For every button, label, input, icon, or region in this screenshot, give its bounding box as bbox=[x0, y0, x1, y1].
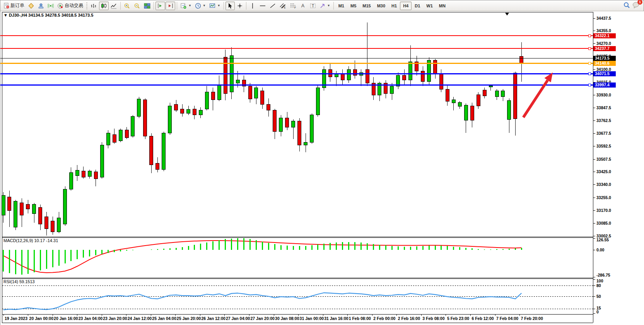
templates-caret: ▼ bbox=[217, 4, 220, 7]
rsi-label: RSI(14) 59.1513 bbox=[3, 279, 35, 284]
crosshair-icon bbox=[237, 3, 243, 9]
label-tool[interactable]: T bbox=[308, 2, 318, 10]
templates-button[interactable]: ▼ bbox=[208, 2, 222, 10]
mt4-window: 新订单 自动交易 ▼ ▼ ▼ bbox=[0, 0, 644, 325]
svg-text:25 Jan 04:00: 25 Jan 04:00 bbox=[152, 316, 176, 321]
svg-text:34237.7: 34237.7 bbox=[595, 46, 610, 51]
zoom-out-button[interactable] bbox=[132, 2, 142, 10]
timeframe-h4[interactable]: H4 bbox=[400, 2, 412, 10]
fibonacci-icon: F bbox=[290, 3, 297, 9]
svg-text:33762.5: 33762.5 bbox=[596, 118, 611, 123]
timeframe-m1[interactable]: M1 bbox=[335, 2, 347, 10]
svg-text:33592.5: 33592.5 bbox=[596, 144, 611, 148]
svg-text:34173.5: 34173.5 bbox=[595, 56, 610, 60]
trendline-icon bbox=[270, 3, 276, 9]
svg-text:80: 80 bbox=[596, 283, 601, 288]
indicators-button[interactable]: ▼ bbox=[179, 2, 193, 10]
auto-trading-button[interactable]: 自动交易 bbox=[56, 2, 85, 10]
periods-caret: ▼ bbox=[203, 4, 206, 7]
vertical-line-tool[interactable] bbox=[248, 2, 257, 10]
indicators-icon bbox=[180, 3, 187, 9]
search-icon[interactable] bbox=[623, 2, 630, 10]
new-order-icon bbox=[3, 3, 9, 9]
horizontal-line-icon bbox=[259, 3, 266, 9]
timeframe-m30[interactable]: M30 bbox=[374, 2, 388, 10]
toolbar-drag-handle[interactable] bbox=[86, 2, 88, 10]
svg-text:33085.0: 33085.0 bbox=[596, 221, 611, 225]
user-icon bbox=[38, 3, 44, 9]
fibonacci-tool[interactable]: F bbox=[288, 2, 298, 10]
svg-text:F: F bbox=[294, 6, 296, 9]
zoom-in-button[interactable] bbox=[122, 2, 132, 10]
shapes-caret: ▼ bbox=[327, 4, 330, 7]
chart-shift-button[interactable] bbox=[155, 2, 165, 10]
candlestick-chart-icon bbox=[101, 3, 107, 9]
timeframe-m5[interactable]: M5 bbox=[347, 2, 359, 10]
timeframe-d1[interactable]: D1 bbox=[412, 2, 423, 10]
label-icon: T bbox=[310, 3, 316, 9]
signal-icon bbox=[48, 3, 54, 9]
tile-windows-button[interactable] bbox=[142, 2, 152, 10]
svg-text:30 Jan 08:00: 30 Jan 08:00 bbox=[275, 316, 299, 321]
svg-text:19 Jan 2023: 19 Jan 2023 bbox=[5, 316, 27, 321]
charts-button[interactable] bbox=[26, 2, 36, 10]
svg-text:33170.0: 33170.0 bbox=[596, 208, 611, 213]
horizontal-line-tool[interactable] bbox=[258, 2, 268, 10]
svg-text:25 Jan 20:00: 25 Jan 20:00 bbox=[177, 316, 201, 321]
periods-button[interactable]: ▼ bbox=[193, 2, 207, 10]
svg-text:▼ DJ30-,H4 34134.5 34278.5 34: ▼ DJ30-,H4 34134.5 34278.5 34018.5 34173… bbox=[3, 13, 93, 17]
candlestick-chart-button[interactable] bbox=[99, 2, 109, 10]
auto-trading-icon bbox=[57, 3, 63, 9]
svg-text:1 Feb 08:00: 1 Feb 08:00 bbox=[349, 316, 371, 321]
timeframe-m15[interactable]: M15 bbox=[359, 2, 374, 10]
svg-text:34071.5: 34071.5 bbox=[595, 71, 610, 76]
svg-text:33847.5: 33847.5 bbox=[596, 105, 611, 110]
text-tool[interactable]: A bbox=[299, 2, 308, 10]
text-icon: A bbox=[301, 3, 306, 9]
trendline-tool[interactable] bbox=[268, 2, 277, 10]
svg-text:27 Jan 20:00: 27 Jan 20:00 bbox=[251, 316, 275, 321]
profile-button[interactable] bbox=[36, 2, 46, 10]
svg-text:E: E bbox=[284, 6, 286, 9]
line-chart-icon bbox=[111, 3, 117, 9]
svg-text:A: A bbox=[301, 3, 304, 9]
zoom-out-icon bbox=[134, 3, 140, 9]
cursor-tool-button[interactable] bbox=[225, 2, 235, 10]
bar-chart-button[interactable] bbox=[89, 2, 99, 10]
svg-text:20 Jan 00:00: 20 Jan 00:00 bbox=[29, 316, 54, 321]
svg-text:0.00: 0.00 bbox=[596, 248, 605, 252]
svg-text:34270.0: 34270.0 bbox=[596, 41, 611, 46]
channel-tool[interactable]: E bbox=[278, 2, 288, 10]
new-order-label: 新订单 bbox=[10, 2, 24, 9]
chat-button[interactable]: 1 bbox=[632, 2, 640, 10]
svg-text:50: 50 bbox=[596, 294, 601, 299]
chart-canvas[interactable]: ▼ DJ30-,H4 34134.5 34278.5 34018.5 34173… bbox=[0, 11, 644, 325]
shapes-tool[interactable]: ▼ bbox=[318, 2, 332, 10]
templates-icon bbox=[209, 3, 216, 9]
new-order-button[interactable]: 新订单 bbox=[2, 2, 26, 10]
svg-text:20 Jan 16:00: 20 Jan 16:00 bbox=[54, 316, 78, 321]
svg-text:6 Feb 12:00: 6 Feb 12:00 bbox=[471, 316, 494, 321]
svg-text:23 Jan 04:00: 23 Jan 04:00 bbox=[79, 316, 103, 321]
svg-text:126.55: 126.55 bbox=[596, 237, 609, 242]
svg-text:33677.5: 33677.5 bbox=[596, 131, 611, 136]
svg-text:7 Feb 20:00: 7 Feb 20:00 bbox=[521, 316, 543, 321]
cursor-icon bbox=[227, 3, 233, 9]
svg-text:33930.0: 33930.0 bbox=[596, 93, 611, 97]
timeframe-w1[interactable]: W1 bbox=[423, 2, 436, 10]
timeframe-h1[interactable]: H1 bbox=[388, 2, 400, 10]
zoom-in-icon bbox=[124, 3, 130, 9]
timeframe-group: M1M5M15M30H1H4D1W1MN bbox=[335, 2, 449, 10]
svg-text:2 Feb 16:00: 2 Feb 16:00 bbox=[398, 316, 420, 321]
crosshair-tool-button[interactable] bbox=[235, 2, 244, 10]
clock-icon bbox=[195, 3, 201, 9]
chart-ohlc-header: ▼ DJ30-,H4 34134.5 34278.5 34018.5 34173… bbox=[3, 13, 93, 17]
svg-text:27 Jan 04:00: 27 Jan 04:00 bbox=[226, 316, 250, 321]
line-chart-button[interactable] bbox=[109, 2, 119, 10]
signal-button[interactable] bbox=[46, 2, 55, 10]
svg-text:33997.4: 33997.4 bbox=[595, 83, 610, 87]
timeframe-mn[interactable]: MN bbox=[436, 2, 449, 10]
svg-text:33255.0: 33255.0 bbox=[596, 195, 611, 200]
auto-scroll-button[interactable] bbox=[166, 2, 175, 10]
svg-text:26 Jan 12:00: 26 Jan 12:00 bbox=[201, 316, 225, 321]
